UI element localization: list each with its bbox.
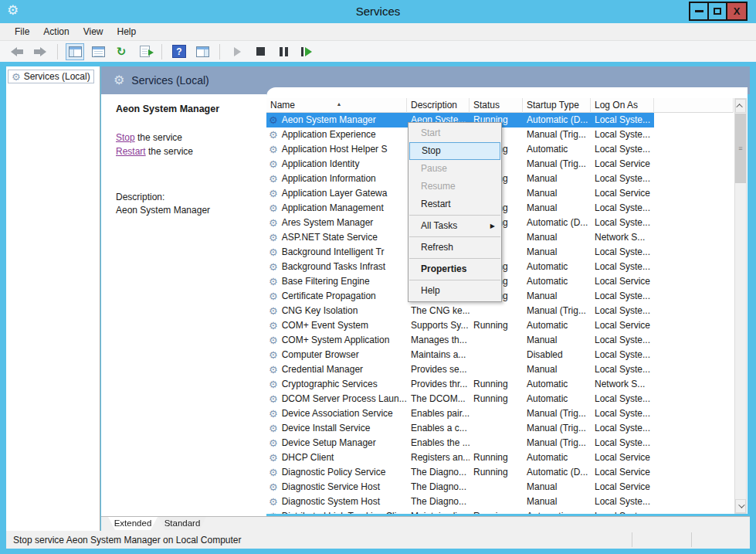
stop-link-suffix: the service — [135, 132, 182, 143]
menu-file[interactable]: File — [8, 24, 36, 39]
column-header-description[interactable]: Description — [407, 98, 470, 113]
service-gear-icon: ⚙ — [269, 291, 278, 301]
refresh-button[interactable]: ↻ — [112, 43, 131, 60]
tree-item-label: Services (Local) — [24, 71, 90, 82]
service-name-text: Diagnostic Service Host — [282, 480, 380, 495]
table-row[interactable]: ⚙Device Install ServiceEnables a c...Man… — [266, 421, 654, 436]
table-row[interactable]: ⚙COM+ System ApplicationManages th...Man… — [266, 333, 654, 348]
back-button[interactable] — [8, 43, 26, 60]
name-cell: ⚙Device Setup Manager — [266, 436, 407, 450]
show-console-tree-button[interactable] — [66, 43, 84, 60]
pause-service-icon — [280, 47, 288, 56]
logon-cell: Local Syste... — [591, 142, 654, 157]
minimize-button[interactable] — [690, 3, 709, 19]
startup-cell: Manual — [523, 495, 591, 509]
table-row[interactable]: ⚙Device Association ServiceEnables pair.… — [266, 406, 654, 421]
logon-cell: Local Syste... — [591, 406, 654, 421]
refresh-icon: ↻ — [117, 46, 127, 57]
restart-service-button[interactable] — [297, 43, 316, 60]
column-header-status[interactable]: Status — [470, 98, 523, 113]
menu-bar: File Action View Help — [0, 23, 756, 41]
menu-action[interactable]: Action — [36, 24, 76, 39]
service-name-text: Device Association Service — [282, 406, 393, 421]
maximize-icon — [714, 8, 721, 15]
context-menu-item-restart[interactable]: Restart — [409, 195, 501, 213]
toolbar-separator — [219, 44, 220, 59]
service-name-text: Background Tasks Infrast — [282, 260, 386, 274]
name-cell: ⚙Certificate Propagation — [266, 289, 407, 304]
context-menu-item-all-tasks[interactable]: All Tasks▶ — [409, 217, 501, 235]
startup-cell: Automatic — [523, 450, 591, 465]
properties-window-icon — [92, 46, 105, 57]
table-row[interactable]: ⚙DCOM Server Process Laun...The DCOM...R… — [266, 392, 654, 406]
description-cell: Provides thr... — [407, 377, 470, 392]
scroll-down-button[interactable] — [735, 499, 746, 513]
column-header-log-on-as[interactable]: Log On As — [591, 98, 654, 113]
context-menu-item-help[interactable]: Help — [409, 282, 501, 300]
column-header-name[interactable]: Name▲ — [266, 98, 407, 113]
startup-cell: Automatic — [523, 142, 591, 157]
close-button[interactable]: X — [727, 3, 746, 19]
export-list-button[interactable] — [135, 43, 154, 60]
column-header-filler — [654, 98, 734, 113]
status-cell — [470, 495, 523, 509]
menu-separator — [409, 215, 500, 216]
startup-cell: Automatic (D... — [523, 113, 591, 127]
name-cell: ⚙Cryptographic Services — [266, 377, 407, 392]
table-row[interactable]: ⚙Diagnostic System HostThe Diagno...Manu… — [266, 495, 654, 509]
stop-service-link[interactable]: Stop — [116, 132, 135, 143]
pause-service-button[interactable] — [274, 43, 293, 60]
table-row[interactable]: ⚙Distributed Link Tracking Cli...Maintai… — [266, 509, 654, 514]
name-cell: ⚙Device Association Service — [266, 406, 407, 421]
show-action-pane-button[interactable] — [193, 43, 212, 60]
context-menu-item-properties[interactable]: Properties — [409, 260, 501, 278]
name-cell: ⚙Ares System Manager — [266, 216, 407, 230]
startup-cell: Manual — [523, 333, 591, 348]
status-cell — [470, 333, 523, 348]
logon-cell: Local Syste... — [591, 436, 654, 450]
help-button[interactable]: ? — [170, 43, 188, 60]
services-gear-icon: ⚙ — [12, 72, 21, 82]
table-row[interactable]: ⚙Credential ManagerProvides se...ManualL… — [266, 362, 654, 377]
properties-window-button[interactable] — [89, 43, 107, 60]
table-row[interactable]: ⚙DHCP ClientRegisters an...RunningAutoma… — [266, 450, 654, 465]
name-cell: ⚙Diagnostic Policy Service — [266, 465, 407, 480]
maximize-button[interactable] — [709, 3, 727, 19]
forward-button[interactable] — [31, 43, 49, 60]
menu-view[interactable]: View — [76, 24, 110, 39]
tree-item-services-local[interactable]: ⚙ Services (Local) — [8, 70, 94, 83]
name-cell: ⚙Distributed Link Tracking Cli... — [266, 509, 407, 514]
restart-service-line: Restart the service — [116, 144, 266, 158]
start-service-button[interactable] — [228, 43, 246, 60]
startup-cell: Manual — [523, 480, 591, 495]
restart-service-link[interactable]: Restart — [116, 146, 146, 157]
status-cell: Running — [470, 509, 523, 514]
table-row[interactable]: ⚙Diagnostic Service HostThe Diagno...Man… — [266, 480, 654, 495]
tab-standard[interactable]: Standard — [158, 517, 206, 530]
stop-service-icon — [256, 47, 265, 56]
scroll-up-button[interactable] — [735, 99, 746, 113]
table-row[interactable]: ⚙Device Setup ManagerEnables the ...Manu… — [266, 436, 654, 450]
scrollbar-thumb[interactable]: ≡ — [735, 114, 746, 183]
table-row[interactable]: ⚙Diagnostic Policy ServiceThe Diagno...R… — [266, 465, 654, 480]
table-row[interactable]: ⚙CNG Key IsolationThe CNG ke...Manual (T… — [266, 304, 654, 318]
name-cell: ⚙Aeon System Manager — [266, 113, 407, 127]
service-gear-icon: ⚙ — [269, 467, 278, 478]
tab-extended[interactable]: Extended — [108, 517, 158, 530]
table-row[interactable]: ⚙Cryptographic ServicesProvides thr...Ru… — [266, 377, 654, 392]
stop-service-button[interactable] — [251, 43, 270, 60]
context-menu-item-refresh[interactable]: Refresh — [409, 239, 501, 257]
title-bar[interactable]: ⚙ Services X — [0, 0, 756, 23]
vertical-scrollbar[interactable]: ≡ — [734, 98, 747, 514]
logon-cell: Local Syste... — [591, 392, 654, 406]
table-row[interactable]: ⚙Computer BrowserMaintains a...DisabledL… — [266, 348, 654, 362]
logon-cell: Network S... — [591, 377, 654, 392]
column-header-startup-type[interactable]: Startup Type — [523, 98, 591, 113]
menu-help[interactable]: Help — [110, 24, 144, 39]
context-menu-item-stop[interactable]: Stop — [409, 142, 500, 160]
description-cell: Enables a c... — [407, 421, 470, 436]
service-name-text: Application Management — [282, 201, 384, 216]
logon-cell: Local Service — [591, 480, 654, 495]
table-row[interactable]: ⚙COM+ Event SystemSupports Sy...RunningA… — [266, 318, 654, 333]
startup-cell: Automatic — [523, 274, 591, 289]
